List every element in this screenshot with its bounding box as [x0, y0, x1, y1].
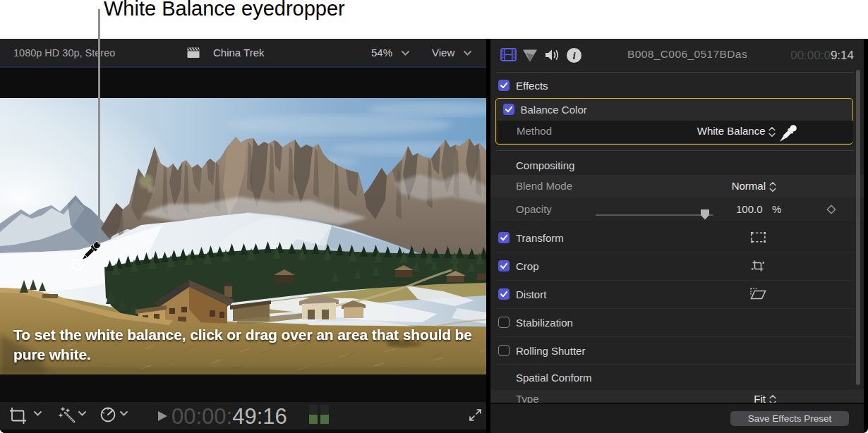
- svg-text:To set the white balance, clic: To set the white balance, click or drag …: [13, 327, 472, 343]
- svg-text:pure white.: pure white.: [13, 346, 91, 362]
